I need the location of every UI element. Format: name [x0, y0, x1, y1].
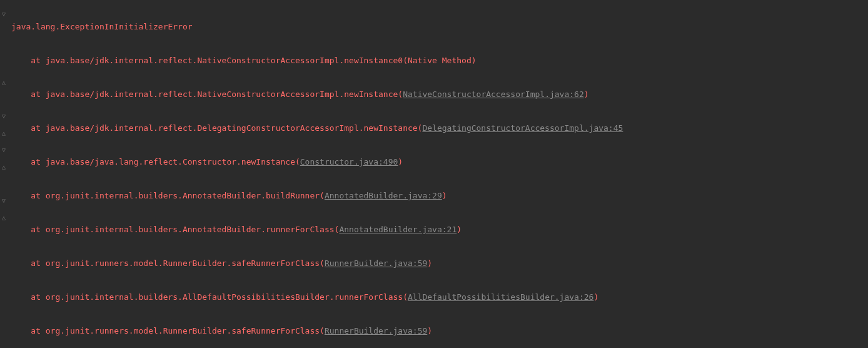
stack-frame: at org.junit.runners.model.RunnerBuilder… — [11, 255, 868, 272]
fold-icon[interactable]: △ — [2, 125, 9, 132]
source-link[interactable]: AllDefaultPossibilitiesBuilder.java:26 — [408, 292, 593, 302]
source-link[interactable]: RunnerBuilder.java:59 — [325, 326, 427, 335]
stack-frame: at java.base/java.lang.reflect.Construct… — [11, 153, 868, 170]
stack-frame: at org.junit.internal.builders.Annotated… — [11, 187, 868, 204]
stack-frame: at java.base/jdk.internal.reflect.Native… — [11, 52, 868, 69]
source-link[interactable]: AnnotatedBuilder.java:29 — [325, 191, 442, 200]
stack-frame: at org.junit.internal.builders.AllDefaul… — [11, 289, 868, 305]
source-link[interactable]: NativeConstructorAccessorImpl.java:62 — [403, 90, 584, 99]
fold-icon[interactable]: △ — [2, 158, 9, 166]
gutter: ▽ △ ▽ △ ▽ △ ▽ △ — [0, 0, 11, 348]
source-link[interactable]: AnnotatedBuilder.java:21 — [339, 225, 457, 234]
source-link[interactable]: Constructor.java:490 — [300, 157, 398, 166]
fold-icon[interactable]: ▽ — [2, 192, 9, 200]
stack-frame: at org.junit.internal.builders.Annotated… — [11, 221, 868, 238]
stacktrace-lines[interactable]: java.lang.ExceptionInInitializerError at… — [11, 1, 868, 348]
stacktrace-console: ▽ △ ▽ △ ▽ △ ▽ △ java.lang.ExceptionInIni… — [0, 0, 868, 348]
stack-frame: at java.base/jdk.internal.reflect.Native… — [11, 86, 868, 103]
source-link[interactable]: RunnerBuilder.java:59 — [325, 258, 427, 268]
stack-frame: at org.junit.runners.model.RunnerBuilder… — [11, 322, 868, 339]
fold-icon[interactable]: △ — [2, 209, 9, 217]
exception-header: java.lang.ExceptionInInitializerError — [11, 18, 868, 35]
fold-icon[interactable]: ▽ — [2, 108, 9, 115]
fold-icon[interactable]: △ — [2, 74, 9, 81]
stack-frame: at java.base/jdk.internal.reflect.Delega… — [11, 120, 868, 136]
fold-icon[interactable]: ▽ — [2, 6, 9, 13]
fold-icon[interactable]: ▽ — [2, 141, 9, 149]
source-link[interactable]: DelegatingConstructorAccessorImpl.java:4… — [422, 123, 623, 133]
